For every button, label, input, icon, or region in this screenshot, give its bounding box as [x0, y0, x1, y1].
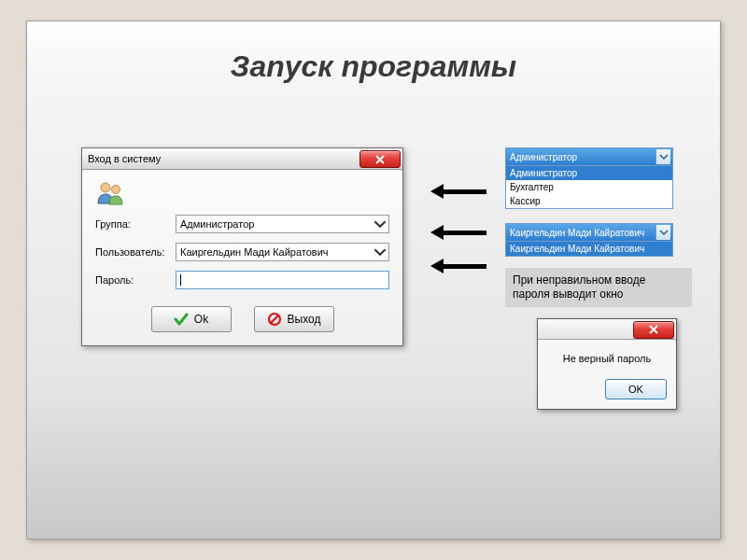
group-row: Группа: Администратор: [95, 215, 389, 233]
exit-button[interactable]: Выход: [254, 306, 334, 332]
svg-point-0: [101, 183, 110, 192]
error-titlebar: [538, 319, 676, 340]
group-dropdown-selected[interactable]: Администратор: [506, 148, 672, 165]
password-label: Пароль:: [95, 274, 176, 286]
group-dropdown-list: АдминистраторБухгалтерКассир: [506, 165, 672, 208]
dropdown-option[interactable]: Кассир: [506, 194, 672, 208]
dropdown-option[interactable]: Каиргельдин Мади Кайратович: [506, 242, 672, 256]
check-icon: [174, 312, 189, 327]
password-input[interactable]: [176, 271, 389, 289]
error-window: Не верный пароль OK: [537, 318, 677, 410]
slide-panel: Запуск программы Вход в систему Групп: [26, 21, 721, 539]
chevron-down-icon: [655, 149, 670, 164]
ok-button[interactable]: Ok: [151, 306, 232, 332]
user-dropdown-selected-label: Каиргельдин Мади Кайратович: [510, 228, 644, 238]
ok-button-label: Ok: [194, 313, 208, 326]
group-combobox[interactable]: Администратор: [176, 215, 389, 233]
group-dropdown-selected-label: Администратор: [510, 152, 577, 162]
error-ok-button[interactable]: OK: [605, 379, 667, 399]
text-caret: [180, 274, 181, 286]
error-ok-label: OK: [628, 384, 643, 395]
group-dropdown-expanded[interactable]: Администратор АдминистраторБухгалтерКасс…: [505, 147, 673, 209]
password-row: Пароль:: [95, 271, 389, 289]
note-text: При неправильном вводе пароля выводит ок…: [505, 268, 692, 307]
close-icon: [374, 155, 386, 164]
login-window: Вход в систему Группа: Администратор: [81, 147, 403, 346]
button-row: Ok Выход: [95, 306, 389, 332]
chevron-down-icon: [655, 225, 670, 240]
login-titlebar: Вход в систему: [82, 148, 402, 170]
dropdown-option[interactable]: Администратор: [506, 166, 672, 180]
svg-point-1: [112, 186, 120, 194]
group-combobox-value: Администратор: [180, 218, 254, 230]
user-dropdown-expanded[interactable]: Каиргельдин Мади Кайратович Каиргельдин …: [505, 223, 673, 257]
close-icon: [648, 325, 659, 334]
user-dropdown-selected[interactable]: Каиргельдин Мади Кайратович: [506, 224, 672, 241]
users-icon: [95, 179, 125, 205]
user-combobox[interactable]: Каиргельдин Мади Кайратович: [176, 243, 389, 261]
user-row: Пользователь: Каиргельдин Мади Кайратови…: [95, 243, 389, 261]
close-button[interactable]: [633, 321, 674, 339]
error-message: Не верный пароль: [547, 353, 667, 364]
exit-button-label: Выход: [288, 313, 321, 326]
user-dropdown-list: Каиргельдин Мади Кайратович: [506, 241, 672, 256]
group-label: Группа:: [95, 218, 176, 230]
close-button[interactable]: [359, 150, 401, 168]
chevron-down-icon: [374, 245, 387, 259]
user-combobox-value: Каиргельдин Мади Кайратович: [180, 246, 329, 258]
dropdown-option[interactable]: Бухгалтер: [506, 180, 672, 194]
login-window-title: Вход в систему: [88, 153, 161, 164]
arrow-icon: [430, 184, 486, 199]
user-label: Пользователь:: [95, 246, 176, 258]
error-body: Не верный пароль OK: [538, 340, 676, 409]
chevron-down-icon: [374, 217, 387, 231]
slide-title: Запуск программы: [27, 49, 720, 84]
arrow-icon: [430, 259, 486, 273]
login-body: Группа: Администратор Пользователь: Каир…: [82, 170, 402, 345]
forbid-icon: [267, 312, 282, 327]
svg-line-3: [271, 315, 278, 323]
arrow-icon: [430, 225, 486, 240]
